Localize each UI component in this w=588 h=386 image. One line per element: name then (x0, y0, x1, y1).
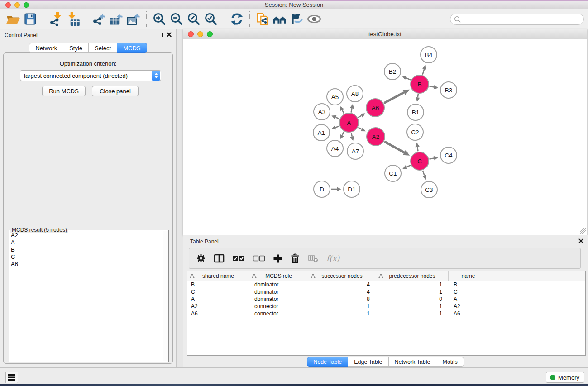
edge-A-A2[interactable] (358, 128, 362, 129)
cell-MCDS-role[interactable]: dominator (249, 295, 308, 303)
table-row[interactable]: A2connector11A2 (187, 303, 585, 310)
edge-C-C2[interactable] (417, 147, 418, 152)
tab-network[interactable]: Network (29, 43, 63, 53)
cell-predecessor-nodes[interactable]: 1 (376, 303, 449, 310)
delete-rows-button[interactable] (290, 253, 300, 264)
tab-network-table[interactable]: Network Table (389, 357, 437, 367)
main-titlebar[interactable]: Session: New Session (0, 1, 588, 9)
cell-shared-name[interactable]: A6 (187, 310, 249, 317)
network-window-titlebar[interactable]: testGlobe.txt (183, 29, 587, 39)
refresh-view-button[interactable] (228, 10, 245, 28)
zoom-out-button[interactable] (168, 10, 185, 28)
cell-successor-nodes[interactable]: 1 (308, 303, 376, 310)
clone-network-button[interactable] (254, 10, 271, 28)
cell-predecessor-nodes[interactable]: 1 (376, 288, 449, 295)
function-builder-button[interactable]: f(x) (326, 254, 339, 263)
details-flag-button[interactable] (288, 10, 306, 28)
close-panel-icon[interactable] (167, 32, 172, 37)
column-header-predecessor-nodes[interactable]: predecessor nodes (376, 271, 449, 281)
edge-C-C1[interactable] (406, 165, 411, 167)
mcds-result-item[interactable]: B (10, 246, 163, 253)
cell-name[interactable]: B (449, 281, 488, 288)
edge-A-A7[interactable] (351, 133, 352, 136)
cell-successor-nodes[interactable]: 8 (308, 295, 376, 303)
table-row[interactable]: Cdominator41C (187, 288, 585, 295)
task-history-button[interactable] (5, 372, 18, 383)
edge-A2-C[interactable] (384, 142, 404, 152)
zoom-in-button[interactable] (151, 10, 168, 28)
edge-C-C4[interactable] (430, 158, 434, 159)
edge-A-A6[interactable] (358, 115, 362, 117)
cell-shared-name[interactable]: A (187, 295, 249, 303)
edge-B-B2[interactable] (406, 78, 411, 80)
table-row[interactable]: Adominator80A (187, 295, 585, 303)
column-header-MCDS-role[interactable]: MCDS role (249, 271, 308, 281)
column-header-name[interactable]: name (449, 271, 488, 281)
cell-shared-name[interactable]: B (187, 281, 249, 288)
tab-node-table[interactable]: Node Table (307, 357, 348, 367)
mcds-result-scrollbar[interactable] (163, 231, 168, 361)
deselect-all-button[interactable] (253, 255, 265, 262)
edge-A-A8[interactable] (351, 108, 352, 112)
mcds-result-item[interactable]: A6 (10, 261, 163, 268)
network-canvas[interactable]: AA1A2A3A4A5A6A7A8BB1B2B3B4CC1C2C3C4DD1 (183, 39, 587, 235)
cell-MCDS-role[interactable]: connector (249, 310, 308, 317)
cell-predecessor-nodes[interactable]: 1 (376, 310, 449, 317)
node-table[interactable]: shared nameMCDS rolesuccessor nodesprede… (187, 271, 586, 356)
cell-successor-nodes[interactable]: 1 (308, 310, 376, 317)
search-field[interactable] (450, 14, 584, 25)
cell-shared-name[interactable]: C (187, 288, 249, 295)
cell-name[interactable]: C (449, 288, 488, 295)
cell-MCDS-role[interactable]: dominator (249, 288, 308, 295)
select-all-button[interactable] (232, 255, 245, 262)
edge-A-A4[interactable] (342, 132, 344, 135)
table-row[interactable]: A6connector11A6 (187, 310, 585, 317)
tab-edge-table[interactable]: Edge Table (348, 357, 388, 367)
show-columns-button[interactable] (214, 254, 225, 263)
close-panel-button[interactable]: Close panel (92, 86, 139, 96)
tab-select[interactable]: Select (89, 43, 117, 53)
cell-name[interactable]: A (449, 295, 488, 303)
cell-MCDS-role[interactable]: dominator (249, 281, 308, 288)
save-session-button[interactable] (22, 10, 39, 28)
cell-predecessor-nodes[interactable]: 1 (376, 281, 449, 288)
table-row[interactable]: Bdominator41B (187, 281, 585, 288)
import-table-button[interactable] (65, 10, 82, 28)
cell-MCDS-role[interactable]: connector (249, 303, 308, 310)
show-hide-details-button[interactable] (306, 10, 323, 28)
cell-successor-nodes[interactable]: 4 (308, 288, 376, 295)
run-mcds-button[interactable]: Run MCDS (42, 86, 86, 96)
cell-shared-name[interactable]: A2 (187, 303, 249, 310)
zoom-selected-button[interactable] (202, 10, 220, 28)
edge-B-B4[interactable] (422, 69, 424, 75)
open-session-button[interactable] (5, 10, 22, 28)
add-row-button[interactable] (273, 254, 282, 263)
float-panel-icon[interactable] (158, 33, 163, 37)
export-image-button[interactable] (125, 10, 142, 28)
export-table-button[interactable] (108, 10, 125, 28)
tab-style[interactable]: Style (63, 43, 89, 53)
edge-C-C3[interactable] (423, 171, 425, 176)
resize-grip[interactable] (580, 228, 586, 234)
optimization-criterion-dropdown[interactable]: largest connected component (directed) (20, 70, 161, 81)
close-panel-icon[interactable] (578, 238, 583, 243)
memory-button[interactable]: Memory (546, 372, 584, 383)
cell-name[interactable]: A6 (449, 310, 488, 317)
cell-name[interactable]: A2 (449, 303, 488, 310)
delete-table-button[interactable] (308, 254, 319, 263)
edge-B-B1[interactable] (418, 94, 418, 98)
home-button[interactable] (271, 10, 288, 28)
column-header-shared-name[interactable]: shared name (187, 271, 249, 281)
search-input[interactable] (461, 16, 583, 23)
edge-A-A3[interactable] (336, 117, 339, 119)
mcds-result-item[interactable]: A (10, 239, 163, 246)
edge-B-B3[interactable] (430, 86, 434, 87)
zoom-fit-button[interactable] (185, 10, 202, 28)
float-panel-icon[interactable] (570, 239, 574, 243)
tab-motifs[interactable]: Motifs (436, 357, 464, 367)
edge-A-A1[interactable] (335, 126, 339, 128)
column-header-successor-nodes[interactable]: successor nodes (308, 271, 376, 281)
export-network-button[interactable] (91, 10, 108, 28)
cell-predecessor-nodes[interactable]: 0 (376, 295, 449, 303)
edge-A6-B[interactable] (384, 92, 404, 103)
